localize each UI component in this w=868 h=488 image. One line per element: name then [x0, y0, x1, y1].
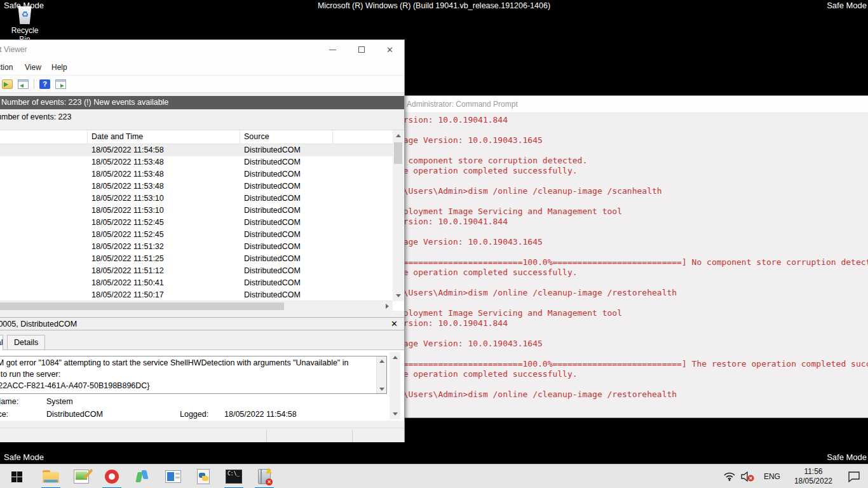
console-line — [393, 247, 868, 257]
taskbar-app-green-blue[interactable] — [127, 464, 158, 488]
taskbar-installer[interactable]: ✕ — [249, 464, 280, 488]
detail-close-icon[interactable]: ✕ — [391, 319, 398, 329]
taskbar-image-editor[interactable] — [66, 464, 97, 488]
language-indicator[interactable]: ENG — [757, 464, 787, 488]
console-line: Image Version: 10.0.19043.1645 — [393, 237, 868, 247]
taskbar-file-explorer[interactable] — [36, 464, 66, 488]
tab-general[interactable]: General — [0, 335, 3, 350]
event-row[interactable]: 18/05/2022 11:53:48DistributedCOM — [0, 168, 393, 180]
event-message-box[interactable]: DCOM got error "1084" attempting to star… — [0, 356, 387, 394]
detail-pane-scrollbar[interactable] — [390, 352, 400, 419]
console-line — [393, 125, 868, 135]
minimize-button[interactable] — [318, 40, 347, 59]
show-console-tree-icon[interactable] — [18, 79, 29, 89]
console-line: Version: 10.0.19041.844 — [393, 115, 868, 125]
menu-help[interactable]: Help — [51, 63, 67, 72]
column-date-time[interactable]: Date and Time — [88, 130, 240, 144]
event-row[interactable]: 18/05/2022 11:51:25DistributedCOM — [0, 253, 393, 265]
column-extra[interactable] — [333, 130, 392, 144]
safe-mode-label-top-right: Safe Mode — [827, 1, 867, 10]
event-row[interactable]: 18/05/2022 11:52:45DistributedCOM — [0, 229, 393, 241]
event-message-line3: {DD522ACC-F821-461A-A407-50B198B896DC} — [0, 380, 375, 391]
event-row[interactable]: 18/05/2022 11:53:10DistributedCOM — [0, 193, 393, 205]
source-value: DistributedCOM — [46, 410, 103, 419]
command-prompt-title: Administrator: Command Prompt — [407, 100, 518, 109]
column-level[interactable] — [0, 130, 88, 144]
event-source: DistributedCOM — [244, 146, 301, 154]
event-row[interactable]: 18/05/2022 11:53:48DistributedCOM — [0, 156, 393, 168]
open-saved-log-icon[interactable] — [2, 79, 13, 89]
taskbar-python-file[interactable] — [188, 464, 219, 488]
event-date: 18/05/2022 11:53:10 — [92, 194, 164, 203]
event-viewer-statusbar — [0, 428, 404, 442]
event-list: Date and Time Source 18/05/2022 11:54:58… — [0, 130, 404, 311]
safe-mode-label-bottom-left: Safe Mode — [4, 452, 44, 462]
network-icon[interactable] — [721, 464, 738, 488]
new-events-banner[interactable]: Number of events: 223 (!) New events ava… — [0, 96, 404, 109]
installer-icon: ✕ — [258, 469, 271, 484]
system-tray: ENG 11:56 18/05/2022 — [721, 464, 868, 488]
close-button[interactable]: ✕ — [376, 40, 404, 59]
event-date: 18/05/2022 11:54:58 — [92, 146, 164, 154]
event-list-vscrollbar[interactable] — [393, 130, 403, 301]
console-line: Image Version: 10.0.19043.1645 — [393, 135, 868, 146]
event-date: 18/05/2022 11:51:12 — [92, 266, 164, 275]
event-row[interactable]: 18/05/2022 11:51:12DistributedCOM — [0, 265, 393, 277]
menu-action[interactable]: Action — [0, 63, 13, 72]
console-line: Deployment Image Servicing and Managemen… — [393, 308, 868, 318]
console-line: [=========================100.0%========… — [393, 257, 868, 268]
desktop: Safe Mode Safe Mode Safe Mode Safe Mode … — [0, 0, 868, 488]
event-viewer-window: Event Viewer ✕ Action View Help ? Number… — [0, 39, 405, 442]
event-row[interactable]: 18/05/2022 11:50:41DistributedCOM — [0, 277, 393, 289]
toolbar: ? — [0, 76, 404, 93]
event-list-hscrollbar[interactable] — [0, 301, 393, 311]
safe-mode-label-top-left: Safe Mode — [4, 1, 44, 10]
taskbar-opera[interactable] — [97, 464, 127, 488]
windows-logo-icon — [11, 471, 22, 482]
event-source: DistributedCOM — [244, 182, 301, 191]
blue-window-app-icon — [165, 470, 181, 483]
column-source[interactable]: Source — [240, 130, 333, 144]
command-prompt-window: Administrator: Command Prompt Version: 1… — [391, 95, 868, 418]
clock[interactable]: 11:56 18/05/2022 — [787, 464, 840, 488]
volume-muted-icon[interactable] — [738, 464, 757, 488]
events-count-label: Number of events: 223 — [0, 112, 71, 121]
detail-tabs: General Details — [0, 335, 404, 349]
taskbar-command-prompt[interactable]: C:\_ — [219, 464, 249, 488]
event-row[interactable]: 18/05/2022 11:53:10DistributedCOM — [0, 205, 393, 217]
console-line: C:\Users\Admin>dism /online /cleanup-ima… — [393, 390, 868, 400]
event-row[interactable]: 18/05/2022 11:53:48DistributedCOM — [0, 180, 393, 193]
recycle-bin-shortcut[interactable]: ♻ Recycle Bin — [5, 6, 44, 44]
logged-value: 18/05/2022 11:54:58 — [224, 410, 297, 419]
console-line — [393, 176, 868, 186]
event-viewer-titlebar[interactable]: Event Viewer ✕ — [0, 40, 404, 59]
message-box-scrollbar[interactable] — [376, 356, 386, 393]
taskbar-app-window[interactable] — [158, 464, 188, 488]
start-button[interactable] — [1, 464, 32, 488]
event-date: 18/05/2022 11:51:32 — [92, 242, 164, 251]
menu-view[interactable]: View — [25, 63, 41, 72]
event-row[interactable]: 18/05/2022 11:54:58DistributedCOM — [0, 144, 393, 156]
event-source: DistributedCOM — [244, 230, 301, 239]
python-file-icon — [197, 469, 210, 484]
event-row[interactable]: 18/05/2022 11:51:32DistributedCOM — [0, 241, 393, 253]
action-center-icon[interactable] — [840, 464, 868, 488]
detail-general-pane: DCOM got error "1084" attempting to star… — [0, 349, 404, 421]
maximize-button[interactable] — [347, 40, 376, 59]
event-row[interactable]: 18/05/2022 11:50:17DistributedCOM — [0, 289, 393, 301]
logged-label: Logged: — [180, 410, 208, 419]
event-source: DistributedCOM — [244, 254, 301, 263]
event-source: DistributedCOM — [244, 218, 301, 227]
command-prompt-taskbar-icon: C:\_ — [226, 470, 242, 484]
image-editor-icon — [74, 470, 89, 484]
event-detail-header: Event 10005, DistributedCOM ✕ — [0, 317, 404, 330]
tab-details[interactable]: Details — [7, 335, 45, 349]
help-icon[interactable]: ? — [39, 79, 50, 89]
show-action-pane-icon[interactable] — [55, 79, 66, 89]
console-line: C:\Users\Admin>dism /online /cleanup-ima… — [393, 186, 868, 196]
console-line — [393, 146, 868, 156]
event-row[interactable]: 18/05/2022 11:52:45DistributedCOM — [0, 217, 393, 229]
command-prompt-titlebar[interactable]: Administrator: Command Prompt — [391, 96, 868, 113]
log-name-value: System — [46, 397, 73, 406]
console-line: Deployment Image Servicing and Managemen… — [393, 207, 868, 217]
